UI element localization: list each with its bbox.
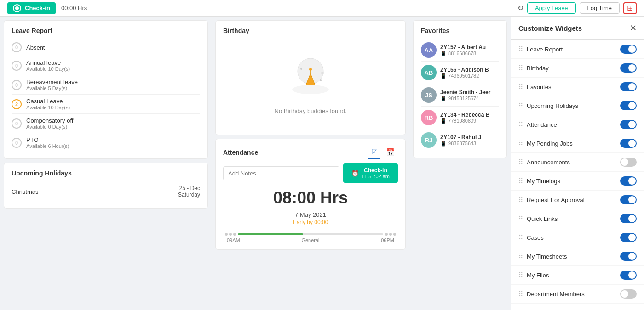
refresh-icon[interactable]: ↻ <box>518 4 523 12</box>
favorite-item[interactable]: AB ZY156 - Addison B 📱 74960501782 <box>421 62 499 84</box>
drag-handle-icon[interactable]: ⠿ <box>518 234 523 241</box>
attendance-calendar-icon[interactable]: 📅 <box>383 146 398 159</box>
drag-handle-icon[interactable]: ⠿ <box>518 102 523 109</box>
widget-toggle[interactable] <box>620 139 637 148</box>
leave-name: Casual Leave <box>26 98 200 105</box>
leave-name: PTO <box>26 136 200 143</box>
widget-row: ⠿ Department Members <box>511 285 644 304</box>
topbar: Check-in 00:00 Hrs ↻ Apply Leave Log Tim… <box>0 0 644 17</box>
svg-point-4 <box>309 68 312 71</box>
drag-handle-icon[interactable]: ⠿ <box>518 45 523 53</box>
drag-handle-icon[interactable]: ⠿ <box>518 177 523 185</box>
widget-toggle[interactable] <box>620 120 637 129</box>
avatar: JS <box>421 87 437 103</box>
widget-label: Announcements <box>527 159 570 166</box>
timeline: 09AM General 06PM <box>223 233 398 243</box>
left-panel: Leave Report 0 Absent 0 Annual leave Ava… <box>0 17 212 310</box>
svg-point-8 <box>320 79 322 81</box>
widget-toggle[interactable] <box>620 195 637 204</box>
widget-label: Leave Report <box>527 46 563 53</box>
widget-left: ⠿ My Files <box>518 271 549 279</box>
upcoming-holidays-card: Upcoming Holidays Christmas 25 - DecSatu… <box>4 163 208 209</box>
toggle-knob <box>628 121 636 128</box>
timer-display: 00:00 Hrs <box>61 5 87 11</box>
drag-handle-icon[interactable]: ⠿ <box>518 83 523 90</box>
widget-left: ⠿ Attendance <box>518 121 557 128</box>
checkin-time-button[interactable]: ⏰ Check-in 11:51:02 am <box>343 163 398 183</box>
birthday-message: No Birthday buddies found. <box>275 107 347 114</box>
widget-row: ⠿ Leave Report <box>511 40 644 59</box>
fav-name: ZY107 - Rahul J <box>440 134 499 141</box>
birthday-illustration <box>283 53 338 100</box>
timeline-fill <box>238 233 303 235</box>
apply-leave-button[interactable]: Apply Leave <box>527 2 576 14</box>
fav-name: ZY156 - Addison B <box>440 67 499 73</box>
grid-button[interactable]: ⊞ <box>623 2 637 14</box>
favorites-title: Favorites <box>421 27 499 34</box>
attendance-header: Attendance ☑ 📅 <box>223 146 398 159</box>
widget-label: Cases <box>527 234 544 241</box>
close-customize-button[interactable]: ✕ <box>630 23 637 33</box>
widget-left: ⠿ Department Members <box>518 290 585 298</box>
drag-handle-icon[interactable]: ⠿ <box>518 271 523 279</box>
drag-handle-icon[interactable]: ⠿ <box>518 215 523 222</box>
notes-input[interactable] <box>223 166 339 180</box>
widget-row: ⠿ Cases <box>511 228 644 247</box>
widget-toggle[interactable] <box>620 82 637 91</box>
widget-left: ⠿ Cases <box>518 234 544 241</box>
widget-toggle[interactable] <box>620 252 637 261</box>
drag-handle-icon[interactable]: ⠿ <box>518 64 523 72</box>
favorite-item[interactable]: JS Jeenie Smith - Jeer 📱 98458125674 <box>421 84 499 107</box>
widget-toggle[interactable] <box>620 101 637 110</box>
drag-handle-icon[interactable]: ⠿ <box>518 121 523 128</box>
drag-handle-icon[interactable]: ⠿ <box>518 196 523 203</box>
birthday-empty: No Birthday buddies found. <box>223 39 398 128</box>
leave-report-list: 0 Absent 0 Annual leave Available 10 Day… <box>12 39 200 152</box>
widget-toggle[interactable] <box>620 158 637 167</box>
toggle-knob <box>628 102 636 109</box>
log-time-button[interactable]: Log Time <box>580 2 620 14</box>
leave-item: 0 PTO Available 6 Hour(s) <box>12 133 200 152</box>
widget-left: ⠿ Announcements <box>518 158 570 166</box>
leave-badge: 0 <box>12 118 22 129</box>
widget-list: ⠿ Leave Report ⠿ Birthday ⠿ Favorites ⠿ … <box>511 40 644 304</box>
toggle-knob <box>628 253 636 260</box>
svg-point-0 <box>292 85 329 94</box>
leave-item: 2 Casual Leave Available 10 Day(s) <box>12 95 200 114</box>
widget-toggle[interactable] <box>620 214 637 223</box>
leave-name: Absent <box>26 44 200 51</box>
drag-handle-icon[interactable]: ⠿ <box>518 253 523 260</box>
timeline-dots-left <box>225 233 236 236</box>
widget-toggle[interactable] <box>620 176 637 186</box>
widget-left: ⠿ My Pending Jobs <box>518 140 573 147</box>
drag-handle-icon[interactable]: ⠿ <box>518 158 523 166</box>
leave-badge: 2 <box>12 99 22 109</box>
widget-label: Upcoming Holidays <box>527 102 578 109</box>
widget-toggle[interactable] <box>620 233 637 242</box>
widget-toggle[interactable] <box>620 63 637 73</box>
toggle-knob <box>628 64 636 72</box>
fav-info: Jeenie Smith - Jeer 📱 98458125674 <box>440 89 499 101</box>
widget-toggle[interactable] <box>620 289 637 299</box>
checkin-button[interactable]: Check-in <box>7 2 56 14</box>
leave-name: Bereavement leave <box>26 79 200 85</box>
drag-handle-icon[interactable]: ⠿ <box>518 140 523 147</box>
favorite-item[interactable]: RB ZY134 - Rebecca B 📱 7781080809 <box>421 107 499 129</box>
widget-row: ⠿ Quick Links <box>511 209 644 228</box>
favorite-item[interactable]: AA ZY157 - Albert Au 📱 8816686678 <box>421 39 499 62</box>
widget-label: Quick Links <box>527 215 558 222</box>
widget-row: ⠿ Announcements <box>511 153 644 172</box>
clock-icon: ⏰ <box>351 170 359 177</box>
widget-label: My Files <box>527 272 549 279</box>
leave-name: Compensatory off <box>26 117 200 124</box>
widget-toggle[interactable] <box>620 45 637 54</box>
leave-report-card: Leave Report 0 Absent 0 Annual leave Ava… <box>4 20 208 159</box>
leave-available: Available 0 Day(s) <box>26 124 200 130</box>
fav-phone: 📱 98458125674 <box>440 96 499 101</box>
widget-toggle[interactable] <box>620 271 637 280</box>
leave-item: 0 Compensatory off Available 0 Day(s) <box>12 114 200 133</box>
attendance-icons: ☑ 📅 <box>368 146 398 159</box>
drag-handle-icon[interactable]: ⠿ <box>518 290 523 298</box>
attendance-list-icon[interactable]: ☑ <box>368 146 380 159</box>
favorite-item[interactable]: RJ ZY107 - Rahul J 📱 9836875643 <box>421 129 499 151</box>
